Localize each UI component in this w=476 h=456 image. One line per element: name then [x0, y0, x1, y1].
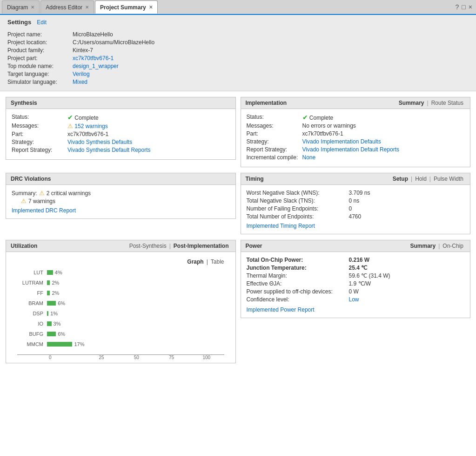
synthesis-status-text: Complete	[74, 115, 98, 121]
impl-strategy-link[interactable]: Vivado Implementation Defaults	[302, 138, 465, 145]
drc-title: DRC Violations	[11, 176, 51, 182]
bar-pct-dsp: 1%	[50, 311, 58, 316]
bar-row-lut: LUT4%	[15, 269, 224, 276]
settings-fields: Project name: MicroBlazeHello Project lo…	[7, 29, 469, 87]
bar-row-mmcm: MMCM17%	[15, 340, 224, 348]
power-summary-tab[interactable]: Summary	[408, 243, 437, 249]
tab-diagram[interactable]: Diagram ✕	[2, 0, 40, 14]
power-header-tabs: Summary | On-Chip	[408, 243, 465, 249]
utilization-post-synthesis-tab[interactable]: Post-Synthesis	[127, 243, 168, 249]
utilization-column: Utilization Post-Synthesis | Post-Implem…	[6, 240, 236, 369]
utilization-panel-body: Graph | Table LUT4%LUTRAM2%FF2%BRAM6%DSP…	[6, 252, 235, 363]
bar-fill-lut	[47, 270, 53, 275]
simulator-language-link[interactable]: Mixed	[73, 79, 469, 85]
bar-fill-io	[47, 321, 52, 326]
target-language-link[interactable]: Verilog	[73, 71, 469, 77]
bar-label-lut: LUT	[15, 270, 43, 275]
bar-label-io: IO	[15, 321, 43, 327]
synthesis-messages-label: Messages:	[12, 123, 67, 129]
bar-container-lutram: 2%	[47, 280, 224, 286]
tab-address-editor-close[interactable]: ✕	[85, 5, 89, 10]
impl-status-label: Status:	[247, 114, 302, 120]
utilization-post-implementation-tab[interactable]: Post-Implementation	[172, 243, 231, 249]
bar-label-bram: BRAM	[15, 300, 43, 306]
timing-setup-tab[interactable]: Setup	[391, 176, 410, 182]
power-junction-label: Junction Temperature:	[247, 265, 349, 271]
power-report-link[interactable]: Implemented Power Report	[247, 306, 315, 313]
timing-tns-label: Total Negative Slack (TNS):	[247, 197, 349, 204]
impl-part-label: Part:	[247, 130, 302, 137]
timing-tns-row: Total Negative Slack (TNS): 0 ns	[247, 197, 465, 204]
drc-report-row: Implemented DRC Report	[12, 207, 230, 214]
implementation-title: Implementation	[246, 100, 287, 106]
top-module-link[interactable]: design_1_wrapper	[73, 63, 469, 69]
project-name-label: Project name:	[7, 31, 73, 38]
synthesis-title: Synthesis	[11, 100, 37, 106]
synthesis-panel-body: Status: ✔ Complete Messages: ⚠ 152 warni…	[6, 109, 235, 159]
chart-graph-tab[interactable]: Graph	[187, 259, 203, 265]
impl-strategy-row: Strategy: Vivado Implementation Defaults	[247, 138, 465, 145]
drc-critical-text: 2 critical warnings	[47, 190, 91, 197]
synthesis-part-label: Part:	[12, 131, 67, 137]
power-on-chip-tab[interactable]: On-Chip	[441, 243, 465, 249]
chart-sep: |	[207, 259, 208, 265]
help-icon[interactable]: ?	[456, 3, 459, 11]
impl-status-text: Complete	[309, 115, 333, 121]
impl-report-strategy-link[interactable]: Vivado Implementation Default Reports	[302, 146, 465, 153]
settings-edit-link[interactable]: Edit	[37, 19, 47, 26]
tab-address-editor[interactable]: Address Editor ✕	[40, 0, 94, 14]
axis-75: 75	[154, 355, 189, 360]
bar-pct-lut: 4%	[55, 270, 62, 275]
restore-icon[interactable]: □	[462, 3, 465, 11]
tab-project-summary[interactable]: Project Summary ✕	[95, 0, 158, 14]
bar-pct-mmcm: 17%	[74, 341, 84, 347]
synthesis-part-value: xc7k70tfbv676-1	[67, 131, 230, 137]
synthesis-strategy-row: Strategy: Vivado Synthesis Defaults	[12, 139, 230, 145]
impl-complete-icon: ✔	[302, 114, 308, 121]
power-panel-header: Power Summary | On-Chip	[241, 240, 470, 252]
power-confidence-value[interactable]: Low	[349, 296, 465, 303]
power-panel: Power Summary | On-Chip Total On-Chip Po…	[241, 240, 471, 318]
drc-panel-header: DRC Violations	[6, 173, 235, 185]
power-sep: |	[438, 243, 440, 249]
drc-report-link[interactable]: Implemented DRC Report	[12, 207, 76, 214]
bar-fill-dsp	[47, 311, 48, 316]
axis-50: 50	[119, 355, 154, 360]
bar-fill-mmcm	[47, 342, 72, 347]
impl-incremental-label: Incremental compile:	[247, 154, 302, 161]
bar-pct-bufg: 6%	[58, 331, 65, 337]
impl-part-row: Part: xc7k70tfbv676-1	[247, 130, 465, 137]
bar-row-ff: FF2%	[15, 289, 224, 297]
synthesis-warn-icon: ⚠	[67, 123, 73, 129]
bar-container-io: 3%	[47, 321, 224, 327]
tab-address-editor-label: Address Editor	[46, 4, 82, 11]
impl-messages-value: No errors or warnings	[302, 123, 465, 129]
synthesis-strategy-label: Strategy:	[12, 139, 67, 145]
timing-tns-value: 0 ns	[349, 197, 465, 204]
timing-hold-tab[interactable]: Hold	[413, 176, 429, 182]
synthesis-warnings-link[interactable]: 152 warnings	[74, 123, 107, 129]
tab-diagram-label: Diagram	[7, 4, 28, 11]
impl-incremental-link[interactable]: None	[302, 154, 465, 161]
implementation-header-tabs: Summary | Route Status	[397, 100, 465, 106]
power-title: Power	[246, 243, 262, 249]
impl-report-strategy-row: Report Strategy: Vivado Implementation D…	[247, 146, 465, 153]
synthesis-panel: Synthesis Status: ✔ Complete Messages: ⚠	[6, 97, 236, 160]
bar-container-mmcm: 17%	[47, 341, 224, 347]
synthesis-part-row: Part: xc7k70tfbv676-1	[12, 131, 230, 137]
implementation-summary-tab[interactable]: Summary	[397, 100, 426, 106]
synthesis-report-strategy-link[interactable]: Vivado Synthesis Default Reports	[67, 147, 230, 153]
close-window-icon[interactable]: ×	[469, 3, 472, 11]
timing-panel-body: Worst Negative Slack (WNS): 3.709 ns Tot…	[241, 185, 470, 234]
implementation-route-status-tab[interactable]: Route Status	[429, 100, 465, 106]
tab-diagram-close[interactable]: ✕	[31, 5, 34, 10]
chart-table-tab[interactable]: Table	[211, 259, 224, 265]
project-part-link[interactable]: xc7k70tfbv676-1	[73, 55, 469, 61]
chart-controls: Graph | Table	[12, 257, 230, 265]
synthesis-strategy-link[interactable]: Vivado Synthesis Defaults	[67, 139, 230, 145]
tab-project-summary-close[interactable]: ✕	[149, 5, 153, 10]
timing-report-link[interactable]: Implemented Timing Report	[247, 223, 315, 229]
bar-pct-io: 3%	[54, 321, 61, 327]
timing-pulse-width-tab[interactable]: Pulse Width	[432, 176, 465, 182]
bar-label-bufg: BUFG	[15, 331, 43, 337]
